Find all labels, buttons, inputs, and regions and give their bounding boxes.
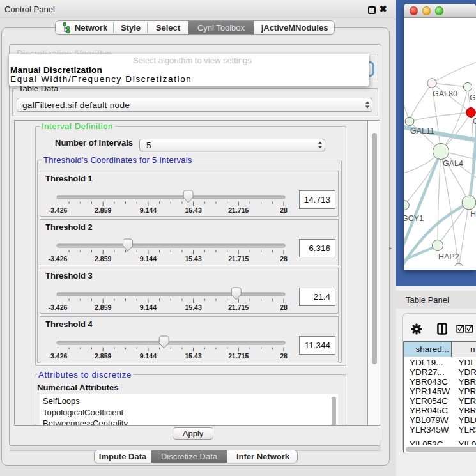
svg-text:GCY1: GCY1 <box>404 214 424 223</box>
svg-text:C: C <box>473 117 476 126</box>
svg-text:GAL11: GAL11 <box>410 127 434 135</box>
svg-text:GAL80: GAL80 <box>433 89 457 98</box>
svg-text:G.: G. <box>470 93 476 102</box>
svg-text:H: H <box>470 210 476 219</box>
svg-text:GAL4: GAL4 <box>443 159 463 168</box>
svg-text:HAP2: HAP2 <box>438 252 459 261</box>
